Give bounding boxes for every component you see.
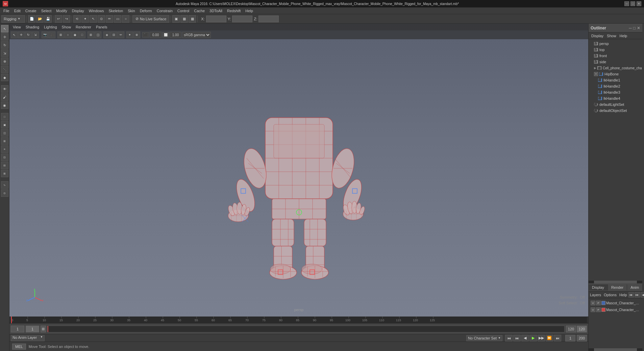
color2-btn[interactable]: ⬜ <box>162 32 169 38</box>
transform-btn[interactable]: ⟲ <box>73 15 81 23</box>
save-file-button[interactable]: 💾 <box>44 15 52 23</box>
outliner-item-lightset[interactable]: ⬛ defaultLightSet <box>589 101 642 108</box>
menu-skeleton[interactable]: Skeleton <box>106 8 125 14</box>
menu-skin[interactable]: Skin <box>126 8 137 14</box>
mode-dropdown[interactable]: Rigging ▼ <box>1 15 25 23</box>
close-button[interactable]: ✕ <box>637 1 641 6</box>
color-btn[interactable]: ⬛ <box>142 32 149 38</box>
lr-menu-layers[interactable]: Layers <box>590 293 601 297</box>
render-btn[interactable]: ▣ <box>172 15 180 23</box>
move-tool-btn[interactable]: ✛ <box>1 33 8 41</box>
lr-hscroll[interactable] <box>589 348 642 351</box>
mel-button[interactable]: MEL <box>12 344 26 350</box>
pb-play-btn[interactable]: ▶ <box>529 335 537 342</box>
box-select-btn[interactable]: ▭ <box>114 15 121 23</box>
icon3[interactable]: ◫ <box>1 129 8 137</box>
outliner-item-front[interactable]: 🎥 front <box>589 53 642 59</box>
outliner-menu-show[interactable]: Show <box>605 34 618 38</box>
graph-btn[interactable]: ∿ <box>1 181 8 189</box>
pb-end-btn[interactable]: ⏭ <box>554 335 561 342</box>
icon2[interactable]: ▣ <box>1 121 8 128</box>
menu-file[interactable]: File <box>1 8 11 14</box>
menu-help[interactable]: Help <box>243 8 255 14</box>
outliner-item-ikhandle4[interactable]: ⬛ IkHandle4 <box>589 95 642 101</box>
pb-prev-btn[interactable]: ◀ <box>521 335 529 342</box>
outliner-item-ikhandle3[interactable]: ⬛ IkHandle3 <box>589 89 642 95</box>
lr-menu-options[interactable]: Options <box>604 293 617 297</box>
outliner-item-objectset[interactable]: ⬛ defaultObjectSet <box>589 108 642 114</box>
icon8[interactable]: ⊞ <box>1 170 8 177</box>
vp-smooth2-btn[interactable]: ◉ <box>72 31 78 38</box>
lr-pb-btn2[interactable]: ⏭ <box>635 292 640 298</box>
layer-v-check-1[interactable]: V <box>591 301 595 305</box>
vp-menu-lighting[interactable]: Lighting <box>42 24 59 30</box>
y-input[interactable] <box>232 16 252 22</box>
outliner-item-cellphone[interactable]: ▶ ⬛ Cell_phone_costume_cha <box>589 65 642 71</box>
vp-xray-btn[interactable]: ◫ <box>95 31 101 38</box>
pb-prev-key-btn[interactable]: ⏭ <box>513 335 521 342</box>
lr-pb-btn3[interactable]: ◀ <box>641 292 644 298</box>
vp-sym-btn[interactable]: ⊟ <box>110 31 117 38</box>
vp-menu-show[interactable]: Show <box>60 24 73 30</box>
universal-tool-btn[interactable]: ⊕ <box>1 57 8 65</box>
snap-btn[interactable]: ✦ <box>81 15 89 23</box>
viewport-3d[interactable]: View Shading Lighting Show Renderer Pane… <box>9 24 588 317</box>
menu-edit[interactable]: Edit <box>12 8 23 14</box>
playback-end-input[interactable] <box>566 326 576 332</box>
ipr-btn[interactable]: ▦ <box>180 15 188 23</box>
lasso-btn[interactable]: ⊙ <box>98 15 105 23</box>
open-file-button[interactable]: 📂 <box>36 15 44 23</box>
circle-select-btn[interactable]: ○ <box>122 15 129 23</box>
menu-3dtoall[interactable]: 3DToAll <box>207 8 224 14</box>
character-set-button[interactable]: No Character Set ▼ <box>466 335 502 341</box>
menu-windows[interactable]: Windows <box>87 8 106 14</box>
vp-iso-btn[interactable]: ◈ <box>103 31 110 38</box>
vp-move-btn[interactable]: ✛ <box>18 31 25 38</box>
layer-p-check-2[interactable]: P <box>596 307 601 312</box>
menu-modify[interactable]: Modify <box>54 8 69 14</box>
select-tool-btn[interactable]: ↖ <box>1 25 8 32</box>
vp-smooth-btn[interactable]: ○ <box>65 31 71 38</box>
outliner-menu-help[interactable]: Help <box>618 34 629 38</box>
menu-control[interactable]: Control <box>175 8 191 14</box>
color-value-input[interactable] <box>150 32 162 38</box>
maximize-button[interactable]: □ <box>630 1 635 6</box>
soft-mod-btn[interactable]: ⋱ <box>1 66 8 73</box>
layer-name-1[interactable]: Mascot_Character_Mobile_P <box>606 301 640 305</box>
misc-btn[interactable]: ⊙ <box>1 189 8 197</box>
outliner-close-x-btn[interactable]: ✕ <box>637 26 640 30</box>
minimize-button[interactable]: ─ <box>624 1 629 6</box>
current-frame-input[interactable] <box>26 326 39 332</box>
pb-start-btn[interactable]: ⏮ <box>505 335 513 342</box>
vp-grid-btn[interactable]: ⊞ <box>88 31 94 38</box>
layer-name-2[interactable]: Mascot_Character_Mo <box>606 308 640 312</box>
show-render-btn[interactable]: ▩ <box>189 15 196 23</box>
outliner-menu-display[interactable]: Display <box>590 34 605 38</box>
start-frame-input[interactable] <box>11 326 24 332</box>
lr-hscroll-thumb[interactable] <box>594 348 637 351</box>
menu-create[interactable]: Create <box>23 8 39 14</box>
menu-constrain[interactable]: Constrain <box>155 8 175 14</box>
undo-button[interactable]: ↩ <box>55 15 62 23</box>
no-live-surface-button[interactable]: ⊘ No Live Surface <box>132 15 169 23</box>
pb-current-input[interactable] <box>565 335 575 342</box>
lr-tab-anim[interactable]: Anim <box>627 284 643 290</box>
vp-menu-shading[interactable]: Shading <box>24 24 41 30</box>
vp-menu-view[interactable]: View <box>11 24 23 30</box>
vp-box-btn[interactable]: □ <box>79 31 85 38</box>
hscroll-thumb[interactable] <box>594 281 637 283</box>
redo-button[interactable]: ↪ <box>63 15 70 23</box>
view-btn[interactable]: 👁 <box>1 85 8 93</box>
new-file-button[interactable]: 📄 <box>28 15 35 23</box>
icon7[interactable]: ⊟ <box>1 162 8 169</box>
vp-paint-btn[interactable]: ✏ <box>118 31 124 38</box>
vp-menu-renderer[interactable]: Renderer <box>74 24 93 30</box>
gamma-select[interactable]: sRGB gamma <box>182 32 211 38</box>
lr-tab-render[interactable]: Render <box>608 284 627 290</box>
menu-deform[interactable]: Deform <box>138 8 154 14</box>
layer-p-check-1[interactable]: P <box>596 301 601 305</box>
icon4[interactable]: ⊞ <box>1 137 8 145</box>
rotate-tool-btn[interactable]: ↻ <box>1 41 8 49</box>
timeline-bar[interactable] <box>47 326 565 332</box>
outliner-item-persp[interactable]: 🎥 persp <box>589 41 642 47</box>
